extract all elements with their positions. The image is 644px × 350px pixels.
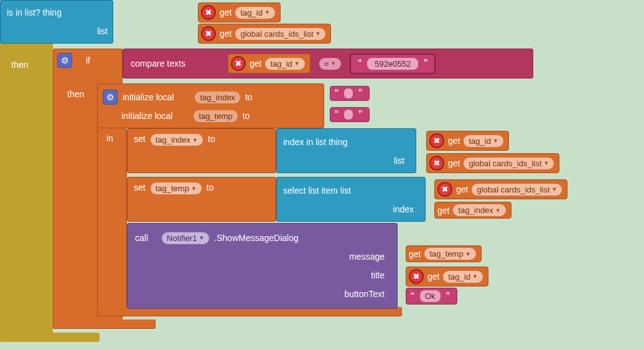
get-keyword: get [437,206,449,215]
index-label: index in list thing [283,137,348,147]
text-literal-block[interactable]: “ 592e0552 ” [350,54,436,74]
init-label: initialize local [123,92,174,102]
error-icon [409,269,424,284]
get-tag-index-block[interactable]: get tag_index▼ [434,202,511,219]
text-value[interactable]: Ok [420,290,441,302]
text-value[interactable] [344,88,353,98]
to-keyword: to [243,111,250,121]
index-label: index [393,204,414,214]
var-dropdown[interactable]: tag_id▼ [443,271,482,283]
set-keyword: set [134,134,146,144]
set-tag-index-block[interactable]: set tag_index▼ to [127,128,276,173]
list-label: list [97,26,108,36]
get-keyword: get [427,272,439,281]
to-keyword: to [207,182,214,192]
select-label: select list item list [283,186,351,196]
error-icon [201,5,216,20]
call-notifier-block[interactable]: call Notifier1▼ .ShowMessageDialog messa… [127,223,398,309]
var-name[interactable]: tag_index [195,92,240,103]
init-label: initialize local [121,111,172,121]
get-keyword: get [448,158,460,168]
outer-if-bottom [0,333,100,342]
text-value[interactable]: 592e0552 [367,58,418,70]
param-title: title [371,270,385,280]
get-keyword: get [456,184,468,194]
inner-if-bottom [53,319,156,329]
error-icon [201,26,216,41]
var-dropdown[interactable]: tag_id▼ [235,7,274,19]
param-message: message [349,252,385,262]
var-dropdown[interactable]: tag_index▼ [453,204,505,216]
in-section: in [97,128,127,315]
select-list-item-block[interactable]: select list item list index [276,177,426,222]
get-tag-id-block[interactable]: get tag_id▼ [406,267,488,286]
to-keyword: to [208,134,215,144]
is-in-list-block[interactable]: is in list? thing list [0,0,113,44]
var-dropdown[interactable]: tag_id▼ [464,135,503,147]
get-keyword: get [220,7,231,17]
compare-texts-block[interactable]: compare texts get tag_id▼ =▼ “ 592e0552 … [123,49,533,78]
get-keyword: get [448,136,460,146]
operator-dropdown[interactable]: =▼ [319,58,342,70]
get-keyword: get [220,29,231,39]
is-in-list-label: is in list? thing [7,7,62,17]
var-dropdown[interactable]: tag_index▼ [151,134,203,146]
if-keyword: if [86,55,90,65]
get-keyword: get [250,59,261,69]
var-dropdown[interactable]: global cards_ids_list▼ [235,28,325,40]
get-keyword: get [409,249,421,259]
open-quote: “ [409,292,416,301]
text-literal-ok[interactable]: “ Ok ” [406,288,457,305]
call-keyword: call [135,233,148,243]
var-dropdown[interactable]: tag_id▼ [265,58,304,70]
index-in-list-block[interactable]: index in list thing list [276,128,416,173]
param-buttontext: buttonText [344,289,385,299]
get-cards-list-block[interactable]: get global cards_ids_list▼ [434,179,567,199]
set-tag-temp-block[interactable]: set tag_temp▼ to [127,177,276,222]
gear-icon[interactable]: ⚙ [103,90,118,105]
set-keyword: set [134,182,146,192]
method-name: .ShowMessageDialog [214,233,298,243]
get-tag-id-block[interactable]: get tag_id▼ [198,2,281,22]
text-value[interactable] [344,110,353,120]
var-name[interactable]: tag_temp [194,110,237,122]
error-icon [231,56,246,71]
outer-if-block[interactable]: ⚙ if then [0,0,53,342]
init-local-block[interactable]: ⚙ initialize local tag_index to initiali… [97,83,324,128]
get-cards-list-block[interactable]: get global cards_ids_list▼ [426,153,559,173]
to-keyword: to [245,92,253,102]
get-tag-temp-block[interactable]: get tag_temp▼ [406,245,482,262]
in-keyword: in [106,133,113,143]
close-quote: ” [422,59,429,68]
get-tag-id-block[interactable]: get tag_id▼ [426,131,509,151]
close-quote: ” [444,292,452,301]
var-dropdown[interactable]: global cards_ids_list▼ [472,184,562,196]
gear-icon[interactable]: ⚙ [57,53,72,68]
compare-label: compare texts [131,59,185,69]
component-dropdown[interactable]: Notifier1▼ [162,232,209,244]
error-icon [429,133,444,148]
error-icon [437,182,452,197]
var-dropdown[interactable]: tag_temp▼ [424,248,475,260]
text-literal-empty[interactable]: “” [330,86,370,101]
list-label: list [394,156,404,166]
error-icon [429,156,444,171]
open-quote: “ [356,59,363,68]
get-cards-list-block[interactable]: get global cards_ids_list▼ [198,24,331,44]
get-tag-id-block[interactable]: get tag_id▼ [228,54,310,73]
var-dropdown[interactable]: tag_temp▼ [151,182,202,194]
text-literal-empty[interactable]: “” [330,107,370,122]
var-dropdown[interactable]: global cards_ids_list▼ [464,158,554,169]
